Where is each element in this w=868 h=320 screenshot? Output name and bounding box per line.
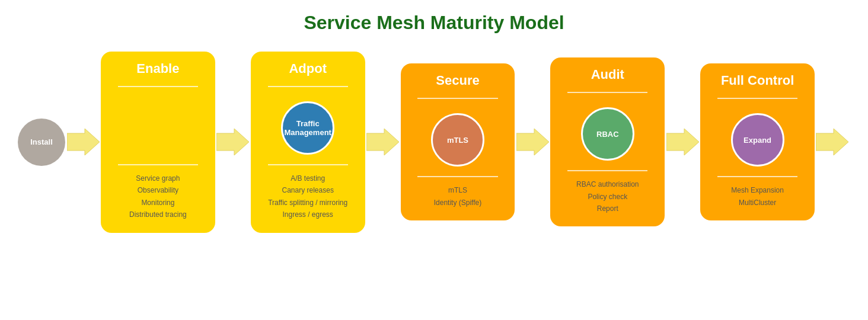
stage-adopt-title: Adpot bbox=[289, 61, 327, 76]
stage-fullcontrol-title: Full Control bbox=[721, 73, 794, 88]
stage-audit: Audit RBAC RBAC authorisation Policy che… bbox=[550, 57, 665, 226]
stage-audit-divider-bottom bbox=[567, 170, 647, 171]
svg-marker-2 bbox=[366, 129, 399, 155]
stage-fullcontrol-features: Mesh Expansion MultiCluster bbox=[731, 184, 784, 209]
stage-audit-circle: RBAC bbox=[581, 107, 634, 161]
stage-adopt-features: A/B testing Canary releases Traffic spli… bbox=[268, 172, 347, 221]
stage-audit-divider-top bbox=[567, 92, 647, 93]
arrow-6 bbox=[815, 127, 850, 157]
stage-audit-features: RBAC authorisation Policy check Report bbox=[576, 178, 639, 215]
page-title: Service Mesh Maturity Model bbox=[304, 12, 564, 34]
arrow-1 bbox=[65, 127, 101, 157]
svg-marker-5 bbox=[816, 129, 848, 155]
stage-fullcontrol-divider-bottom bbox=[717, 176, 797, 177]
arrow-4 bbox=[515, 127, 550, 157]
stage-enable-title: Enable bbox=[136, 61, 179, 76]
arrow-2 bbox=[215, 127, 251, 157]
stage-enable-features: Service graph Observability Monitoring D… bbox=[129, 172, 187, 221]
svg-marker-1 bbox=[216, 129, 249, 155]
stage-fullcontrol-circle: Expand bbox=[731, 113, 784, 167]
install-circle: Install bbox=[18, 119, 65, 166]
stage-fullcontrol: Full Control Expand Mesh Expansion Multi… bbox=[700, 63, 815, 220]
diagram: Install Enable Service graph Observabili… bbox=[6, 52, 862, 233]
arrow-5 bbox=[665, 127, 700, 157]
stage-secure-features: mTLS Identity (Spiffe) bbox=[434, 184, 481, 209]
svg-marker-3 bbox=[516, 129, 549, 155]
svg-marker-4 bbox=[666, 129, 699, 155]
stage-adopt-divider-bottom bbox=[268, 164, 348, 165]
stage-fullcontrol-divider-top bbox=[717, 98, 797, 99]
stage-enable: Enable Service graph Observability Monit… bbox=[101, 52, 215, 233]
stage-secure: Secure mTLS mTLS Identity (Spiffe) bbox=[401, 63, 515, 220]
stage-secure-title: Secure bbox=[436, 73, 479, 88]
stage-enable-divider-top bbox=[118, 86, 198, 87]
stage-adopt: Adpot Traffic Management A/B testing Can… bbox=[251, 52, 365, 233]
arrow-3 bbox=[365, 127, 401, 157]
stage-secure-circle: mTLS bbox=[431, 113, 484, 167]
install-label: Install bbox=[30, 137, 53, 146]
svg-marker-0 bbox=[67, 129, 100, 155]
stage-secure-divider-bottom bbox=[417, 176, 497, 177]
stage-adopt-circle: Traffic Management bbox=[281, 101, 334, 155]
stage-secure-divider-top bbox=[417, 98, 497, 99]
stage-enable-divider-bottom bbox=[118, 164, 198, 165]
stage-adopt-divider-top bbox=[268, 86, 348, 87]
stage-audit-title: Audit bbox=[591, 67, 624, 82]
